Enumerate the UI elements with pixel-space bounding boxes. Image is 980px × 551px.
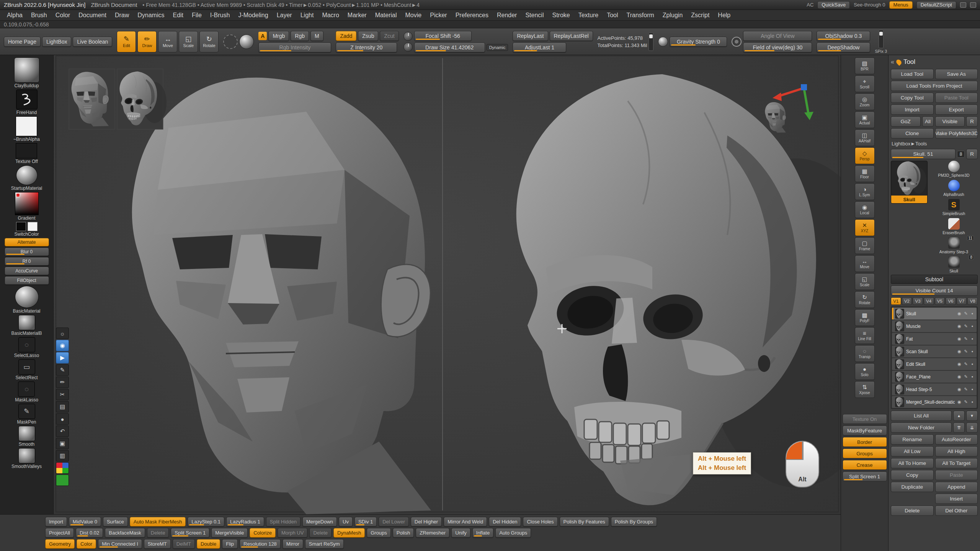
menu-item[interactable]: I-Brush	[206, 11, 234, 20]
visibility-eye-icon[interactable]	[957, 324, 962, 329]
basic-material-thumbnail[interactable]	[15, 286, 39, 308]
bottom-toolbar-button[interactable]: Import	[45, 517, 67, 527]
subtool-to-top-button[interactable]	[953, 422, 965, 433]
visibility-eye-icon[interactable]	[957, 387, 962, 392]
subtool-version-tab[interactable]: V1	[891, 297, 901, 305]
viewport-icon-button[interactable]: ▩ PolyF	[855, 309, 875, 326]
viewport-icon-button[interactable]: ↻ Rotate	[855, 291, 875, 308]
alpha-thumbnail[interactable]	[16, 116, 37, 136]
sculpt-toggle-icon[interactable]	[970, 374, 975, 380]
subtool-row[interactable]: Muscle	[892, 320, 977, 332]
subtool-action-button[interactable]: Append	[935, 482, 978, 492]
sculpt-toggle-icon[interactable]	[970, 349, 975, 354]
quick-tool-icon[interactable]: ✂	[56, 389, 69, 400]
menu-item[interactable]: Brush	[27, 11, 51, 20]
zcut-button[interactable]: Zcut	[380, 31, 399, 41]
quick-tool-icon[interactable]: ▤	[56, 401, 69, 412]
subtool-action-button[interactable]: All Low	[891, 446, 934, 456]
sculpt-toggle-icon[interactable]	[970, 387, 975, 392]
menu-item[interactable]: Document	[75, 11, 110, 20]
current-material-item[interactable]: StartupMaterial	[11, 165, 42, 191]
viewport-icon-button[interactable]: ▧ BPR	[855, 57, 875, 74]
subtool-action-button[interactable]: All To Home	[891, 458, 934, 468]
bottom-toolbar-button[interactable]: Del Higher	[411, 517, 442, 527]
bottom-toolbar-button[interactable]: Auto Groups	[495, 528, 531, 538]
viewport-icon-button[interactable]: ▣ Actual	[855, 111, 875, 128]
basic-material-b-item[interactable]: BasicMaterialB	[11, 315, 42, 336]
see-through-slider[interactable]: See-through 0	[854, 2, 885, 8]
subtool-action-button[interactable]: AutoReorder	[935, 434, 978, 445]
copy-tool-button[interactable]: Copy Tool	[891, 93, 934, 103]
primary-color-swatch[interactable]	[16, 222, 26, 231]
bottom-toolbar-button[interactable]: Close Holes	[523, 517, 557, 527]
tool-thumbnail[interactable]: EraserBrush	[930, 218, 978, 235]
bottom-toolbar-button[interactable]: Delete	[309, 528, 332, 538]
current-texture-item[interactable]: Texture Off	[15, 143, 38, 164]
menu-item[interactable]: Transform	[623, 11, 658, 20]
field-of-view-slider[interactable]: Field of view(deg) 30	[743, 42, 812, 52]
tray-button[interactable]: Texture On	[843, 414, 887, 424]
menu-item[interactable]: Zplugin	[659, 11, 686, 20]
quick-tool-icon[interactable]: ▥	[56, 450, 69, 461]
menu-item[interactable]: Color	[52, 11, 74, 20]
replay-last-rel-button[interactable]: ReplayLastRel	[550, 31, 593, 41]
tool-thumbnail[interactable]: PM3D_Sphere3D	[930, 161, 978, 178]
menu-item[interactable]: Material	[371, 11, 401, 20]
bottom-toolbar-button[interactable]: Auto Mask FiberMesh	[130, 517, 186, 527]
menu-item[interactable]: Tool	[603, 11, 622, 20]
goz-all-button[interactable]: All	[922, 116, 934, 127]
select-lasso-icon[interactable]: ◌	[18, 337, 35, 352]
draw-size-knob-icon[interactable]	[403, 42, 413, 52]
tool-thumbnail[interactable]: SimpleBrush	[930, 199, 978, 216]
visibility-eye-icon[interactable]	[957, 362, 962, 367]
bottom-toolbar-button[interactable]: Groups	[367, 528, 391, 538]
bottom-toolbar-button[interactable]: ZRemesher	[416, 528, 449, 538]
bottom-toolbar-button[interactable]: MidValue 0	[69, 517, 101, 527]
menu-item[interactable]: Light	[297, 11, 318, 20]
window-control-icon[interactable]	[960, 2, 966, 8]
quick-tool-icon[interactable]	[56, 474, 69, 486]
zsub-button[interactable]: Zsub	[358, 31, 378, 41]
bottom-toolbar-button[interactable]: MergeVisible	[211, 528, 248, 538]
tray-button[interactable]: Crease	[843, 460, 887, 470]
bottom-toolbar-button[interactable]: DynaMesh	[333, 528, 365, 538]
transform-mode-button[interactable]: ◱ Scale	[179, 31, 198, 52]
transform-mode-button[interactable]: ✏ Draw	[137, 31, 157, 52]
select-rect-item[interactable]: ▭ SelectRect	[15, 359, 38, 380]
quick-tool-icon[interactable]: ▣	[56, 438, 69, 449]
subtool-version-tab[interactable]: V8	[967, 297, 978, 305]
paint-toggle-icon[interactable]	[963, 374, 969, 380]
collapse-panel-icon[interactable]: «	[891, 59, 894, 65]
subtool-action-button[interactable]: Rename	[891, 434, 934, 445]
save-as-button[interactable]: Save As	[935, 69, 978, 79]
rgb-button[interactable]: Rgb	[291, 31, 309, 41]
obj-shadow-slider[interactable]: ObjShadow 0.3	[817, 31, 870, 41]
viewport-icon-button[interactable]: ◌ Transp	[855, 345, 875, 362]
subtool-version-tab[interactable]: V3	[913, 297, 923, 305]
menu-item[interactable]: Marker	[344, 11, 371, 20]
spix-vertical-slider[interactable]	[879, 30, 884, 48]
transform-mode-button[interactable]: ↻ Rotate	[199, 31, 219, 52]
subtool-version-tab[interactable]: V4	[924, 297, 934, 305]
texture-thumbnail[interactable]	[16, 143, 37, 158]
bottom-toolbar-button[interactable]: DelMT	[173, 539, 195, 549]
visibility-eye-icon[interactable]	[957, 311, 962, 316]
bottom-toolbar-button[interactable]: Unify	[451, 528, 470, 538]
bottom-toolbar-button[interactable]: Polish By Groups	[611, 517, 657, 527]
bottom-toolbar-button[interactable]: ProjectAll	[45, 528, 74, 538]
smooth-valleys-thumbnail[interactable]	[18, 448, 35, 463]
deep-shadow-slider[interactable]: DeepShadow	[817, 42, 870, 52]
quick-tool-icon[interactable]: ✏	[56, 377, 69, 388]
bottom-toolbar-button[interactable]: LazyRadius 1	[226, 517, 264, 527]
subtool-down-button[interactable]	[966, 411, 978, 421]
smooth-thumbnail[interactable]	[18, 426, 35, 441]
subtool-action-button[interactable]: Insert	[935, 494, 978, 504]
brush-thumbnail[interactable]	[14, 57, 39, 83]
viewport-icon-button[interactable]: ◉ Local	[855, 201, 875, 218]
subtool-action-button[interactable]: All High	[935, 446, 978, 456]
visible-count-slider[interactable]: Visible Count 14	[891, 285, 978, 296]
menu-item[interactable]: File	[188, 11, 206, 20]
goz-r-button[interactable]: R	[966, 116, 978, 127]
m-button[interactable]: M	[310, 31, 323, 41]
bottom-toolbar-button[interactable]: Delete	[147, 528, 169, 538]
